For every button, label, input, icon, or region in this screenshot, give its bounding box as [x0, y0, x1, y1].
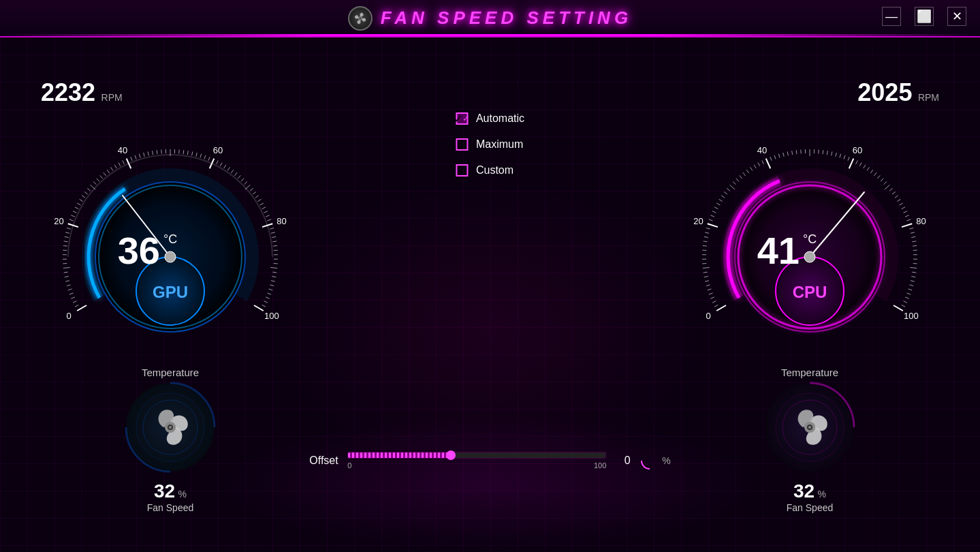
svg-text:0: 0	[706, 311, 710, 321]
svg-line-41	[114, 165, 116, 168]
custom-checkbox[interactable]	[456, 164, 468, 177]
svg-line-228	[904, 301, 907, 303]
svg-line-171	[778, 154, 780, 158]
svg-line-102	[269, 289, 273, 290]
svg-line-51	[153, 151, 153, 155]
svg-line-49	[144, 153, 144, 157]
svg-line-188	[849, 159, 854, 169]
svg-line-27	[73, 211, 76, 213]
svg-line-154	[721, 196, 725, 198]
svg-line-201	[892, 191, 896, 194]
maximum-checkbox[interactable]	[456, 138, 468, 151]
gpu-fan-percent-value: 32	[154, 480, 175, 502]
svg-line-105	[264, 301, 268, 303]
svg-line-204	[900, 203, 903, 205]
svg-line-47	[135, 155, 136, 159]
svg-line-202	[895, 196, 898, 198]
cpu-section: 2025 RPM 020406080100 CPU 41 °C	[680, 78, 939, 513]
fan-icon	[348, 6, 373, 31]
svg-line-134	[704, 276, 708, 277]
svg-line-61	[196, 153, 197, 157]
svg-line-70	[227, 167, 230, 170]
svg-point-1	[359, 17, 362, 20]
minimize-button[interactable]: —	[882, 7, 901, 26]
custom-control[interactable]: Custom	[456, 164, 524, 177]
svg-line-127	[714, 305, 718, 307]
maximize-button[interactable]: ⬜	[915, 7, 934, 26]
svg-line-181	[823, 150, 823, 154]
svg-line-104	[266, 297, 270, 298]
svg-line-163	[750, 167, 753, 170]
svg-line-186	[844, 155, 845, 159]
cpu-rpm-unit: RPM	[918, 92, 939, 103]
svg-line-221	[912, 272, 916, 273]
svg-line-143	[704, 236, 708, 237]
maximum-control[interactable]: Maximum	[456, 138, 524, 151]
svg-line-103	[267, 293, 271, 294]
svg-line-30	[80, 199, 83, 201]
svg-line-32	[84, 191, 88, 194]
app-title: FAN SPEED SETTING	[381, 7, 632, 29]
svg-line-133	[705, 281, 709, 281]
svg-text:100: 100	[904, 311, 919, 321]
svg-text:80: 80	[916, 216, 926, 226]
automatic-control[interactable]: ✓ Automatic	[456, 112, 524, 125]
svg-line-42	[118, 163, 121, 166]
svg-line-149	[710, 215, 714, 217]
automatic-checkbox[interactable]: ✓	[456, 112, 468, 125]
svg-line-184	[836, 153, 836, 157]
svg-line-141	[703, 245, 707, 246]
svg-line-69	[224, 165, 226, 168]
cpu-fan-percent-unit: %	[818, 489, 826, 500]
gpu-section: 2232 RPM 020406080100 // Generated inlin…	[41, 78, 300, 513]
svg-line-203	[897, 199, 900, 201]
close-button[interactable]: ✕	[947, 7, 966, 26]
svg-text:Temperature: Temperature	[781, 367, 838, 378]
svg-line-85	[267, 219, 271, 221]
svg-line-185	[840, 154, 841, 158]
svg-line-72	[234, 172, 237, 176]
svg-line-25	[69, 219, 74, 221]
offset-slider-fill	[348, 453, 451, 458]
svg-line-230	[894, 305, 903, 311]
svg-line-164	[754, 165, 756, 168]
svg-line-19	[64, 241, 68, 242]
svg-line-196	[877, 175, 880, 179]
offset-value-display: 0 %	[617, 451, 670, 470]
svg-line-209	[902, 224, 912, 227]
svg-line-224	[909, 285, 913, 286]
offset-slider-track[interactable]	[347, 452, 606, 459]
offset-min-label: 0	[347, 461, 351, 470]
svg-line-78	[253, 191, 256, 194]
svg-line-220	[910, 267, 917, 268]
gpu-fan-circle	[123, 380, 218, 475]
svg-line-213	[911, 236, 915, 237]
svg-line-170	[774, 155, 776, 159]
svg-line-150	[712, 211, 716, 213]
gpu-rpm-display: 2232 RPM	[41, 78, 123, 107]
gpu-rpm-unit: RPM	[101, 92, 123, 103]
svg-line-136	[703, 267, 710, 268]
svg-text:40: 40	[118, 145, 127, 155]
svg-text:60: 60	[213, 145, 223, 155]
svg-line-172	[783, 153, 784, 157]
svg-line-40	[111, 167, 113, 170]
svg-line-73	[238, 175, 240, 179]
svg-line-83	[264, 211, 268, 213]
svg-line-48	[139, 154, 140, 158]
svg-line-207	[905, 215, 909, 217]
svg-line-158	[733, 181, 736, 184]
bg-glow	[272, 174, 708, 484]
offset-section: Offset 0 100 0	[313, 451, 667, 470]
offset-slider-thumb[interactable]	[446, 450, 456, 460]
svg-line-142	[704, 241, 708, 242]
svg-line-97	[270, 267, 277, 268]
svg-line-107	[254, 305, 264, 311]
svg-line-155	[724, 191, 727, 194]
svg-line-229	[902, 305, 905, 307]
svg-line-91	[272, 241, 276, 242]
svg-line-182	[827, 151, 827, 155]
svg-line-2	[77, 305, 86, 311]
svg-line-60	[192, 151, 193, 155]
svg-line-128	[712, 301, 716, 303]
